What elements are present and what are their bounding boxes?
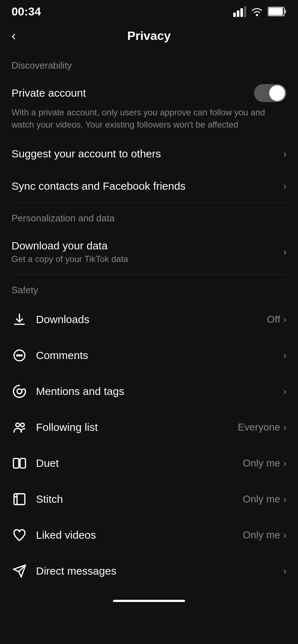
liked-videos-right: Only me › bbox=[243, 529, 286, 541]
liked-videos-value: Only me bbox=[243, 529, 280, 541]
download-icon bbox=[12, 312, 27, 327]
page-title: Privacy bbox=[127, 29, 171, 43]
stitch-value: Only me bbox=[243, 493, 280, 505]
chevron-icon: › bbox=[283, 180, 286, 192]
comments-icon bbox=[12, 348, 27, 363]
chevron-icon: › bbox=[283, 529, 286, 541]
chevron-icon: › bbox=[283, 148, 286, 160]
following-list-value: Everyone bbox=[238, 422, 280, 433]
svg-point-11 bbox=[21, 355, 22, 356]
chevron-icon: › bbox=[283, 314, 286, 325]
page-header: ‹ Privacy bbox=[0, 22, 298, 50]
mentions-right: › bbox=[283, 386, 286, 397]
liked-videos-item[interactable]: Liked videos Only me › bbox=[0, 517, 298, 553]
mentions-tags-item[interactable]: Mentions and tags › bbox=[0, 373, 298, 409]
duet-value: Only me bbox=[243, 457, 280, 469]
direct-messages-icon bbox=[12, 563, 27, 579]
svg-rect-15 bbox=[13, 459, 19, 468]
svg-point-13 bbox=[16, 423, 19, 427]
back-button[interactable]: ‹ bbox=[12, 28, 16, 43]
chevron-icon: › bbox=[283, 246, 286, 258]
comments-right: › bbox=[283, 350, 286, 361]
svg-point-9 bbox=[17, 355, 18, 356]
status-icons bbox=[233, 6, 286, 17]
svg-rect-16 bbox=[20, 459, 26, 468]
bottom-indicator-container bbox=[0, 589, 298, 606]
duet-icon bbox=[12, 455, 27, 471]
following-list-label: Following list bbox=[36, 421, 98, 433]
private-account-label: Private account bbox=[12, 87, 86, 99]
mentions-tags-label: Mentions and tags bbox=[36, 385, 124, 397]
stitch-icon bbox=[12, 491, 27, 507]
svg-rect-17 bbox=[14, 494, 25, 505]
download-data-label: Download your data bbox=[12, 240, 283, 252]
chevron-icon: › bbox=[283, 350, 286, 361]
download-data-right: › bbox=[283, 246, 286, 258]
section-safety: Safety bbox=[0, 275, 298, 302]
svg-rect-7 bbox=[268, 8, 283, 15]
downloads-label: Downloads bbox=[36, 313, 89, 326]
liked-videos-icon bbox=[12, 527, 27, 543]
status-bar: 00:34 bbox=[0, 0, 298, 22]
svg-rect-3 bbox=[244, 6, 246, 17]
home-indicator bbox=[113, 600, 185, 602]
chevron-icon: › bbox=[283, 422, 286, 433]
suggest-account-item[interactable]: Suggest your account to others › bbox=[0, 138, 298, 170]
direct-messages-right: › bbox=[283, 565, 286, 577]
download-data-item[interactable]: Download your data Get a copy of your Ti… bbox=[0, 230, 298, 274]
direct-messages-label: Direct messages bbox=[36, 565, 116, 577]
svg-rect-0 bbox=[233, 13, 236, 17]
following-list-icon bbox=[12, 419, 27, 435]
downloads-value: Off bbox=[267, 314, 280, 325]
sync-contacts-label: Sync contacts and Facebook friends bbox=[12, 180, 186, 192]
sync-contacts-right: › bbox=[283, 180, 286, 192]
stitch-label: Stitch bbox=[36, 493, 63, 505]
chevron-icon: › bbox=[283, 493, 286, 505]
svg-point-14 bbox=[21, 423, 24, 427]
chevron-icon: › bbox=[283, 386, 286, 397]
chevron-icon: › bbox=[283, 565, 286, 577]
following-list-item[interactable]: Following list Everyone › bbox=[0, 409, 298, 445]
private-account-toggle[interactable] bbox=[254, 84, 286, 102]
download-data-desc: Get a copy of your TikTok data bbox=[12, 254, 283, 264]
stitch-item[interactable]: Stitch Only me › bbox=[0, 481, 298, 517]
section-discoverability: Discoverability bbox=[0, 50, 298, 77]
svg-rect-6 bbox=[284, 10, 286, 13]
suggest-account-right: › bbox=[283, 148, 286, 160]
liked-videos-label: Liked videos bbox=[36, 529, 96, 541]
section-personalization: Personalization and data bbox=[0, 203, 298, 230]
comments-item[interactable]: Comments › bbox=[0, 337, 298, 373]
signal-icon bbox=[233, 6, 246, 17]
mentions-icon bbox=[12, 383, 27, 399]
wifi-icon bbox=[250, 6, 263, 17]
sync-contacts-item[interactable]: Sync contacts and Facebook friends › bbox=[0, 170, 298, 202]
svg-rect-2 bbox=[240, 8, 243, 17]
svg-point-10 bbox=[19, 355, 20, 356]
svg-point-4 bbox=[256, 14, 258, 16]
chevron-icon: › bbox=[283, 457, 286, 469]
duet-item[interactable]: Duet Only me › bbox=[0, 445, 298, 481]
duet-right: Only me › bbox=[243, 457, 286, 469]
svg-rect-1 bbox=[237, 10, 239, 17]
comments-label: Comments bbox=[36, 349, 88, 362]
suggest-account-label: Suggest your account to others bbox=[12, 148, 161, 160]
status-time: 00:34 bbox=[12, 5, 41, 18]
direct-messages-item[interactable]: Direct messages › bbox=[0, 553, 298, 589]
private-account-description: With a private account, only users you a… bbox=[12, 106, 286, 130]
private-account-item[interactable]: Private account With a private account, … bbox=[0, 77, 298, 138]
battery-icon bbox=[268, 6, 286, 17]
duet-label: Duet bbox=[36, 457, 59, 469]
following-list-right: Everyone › bbox=[238, 422, 286, 433]
downloads-item[interactable]: Downloads Off › bbox=[0, 302, 298, 337]
stitch-right: Only me › bbox=[243, 493, 286, 505]
downloads-right: Off › bbox=[267, 314, 286, 325]
